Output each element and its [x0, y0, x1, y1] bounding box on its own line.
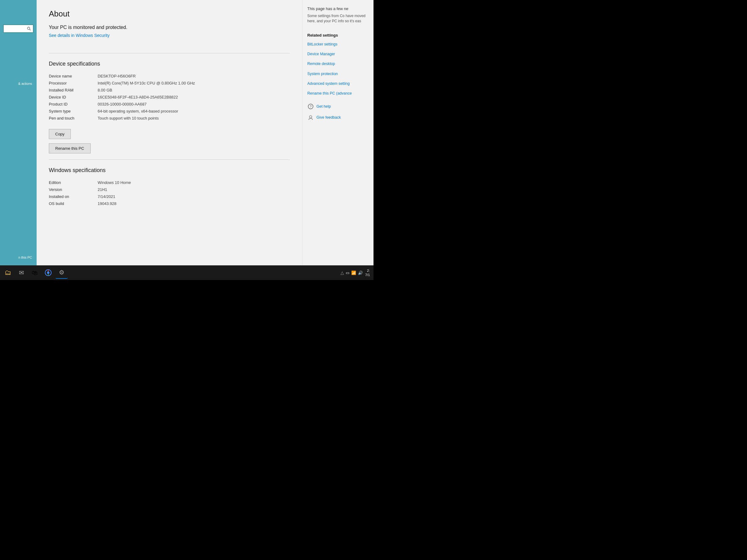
svg-point-6 — [47, 271, 49, 274]
taskbar-right: △ ▭ 📶 🔊 2: 7/1 — [340, 268, 372, 277]
notification-icon[interactable]: △ — [340, 270, 344, 275]
search-box[interactable] — [3, 24, 33, 33]
taskbar-settings[interactable]: ⚙ — [55, 267, 68, 279]
spec-value: Touch support with 10 touch points — [98, 115, 290, 122]
search-icon — [27, 27, 31, 31]
taskbar-time: 2: 7/1 — [365, 268, 370, 277]
spec-label: Processor — [49, 80, 98, 87]
spec-label: Installed RAM — [49, 87, 98, 94]
security-link[interactable]: See details in Windows Security — [49, 33, 109, 38]
windows-spec-row: Version21H1 — [49, 186, 290, 193]
right-panel-note: This page has a few ne Some settings fro… — [307, 6, 369, 24]
feedback-icon — [307, 114, 314, 121]
spec-label: OS build — [49, 200, 98, 207]
windows-specs-title: Windows specifications — [49, 167, 290, 174]
windows-spec-table: EditionWindows 10 HomeVersion21H1Install… — [49, 179, 290, 207]
spec-label: Device name — [49, 73, 98, 80]
svg-point-4 — [309, 115, 312, 118]
svg-line-1 — [30, 29, 31, 30]
give-feedback-link[interactable]: Give feedback — [316, 115, 341, 119]
spec-value: Intel(R) Core(TM) M-5Y10c CPU @ 0.80GHz … — [98, 80, 290, 87]
taskbar: 🗂 ✉ 🛍 ⚙ △ ▭ 📶 🔊 2: 7/1 — [0, 265, 374, 280]
spec-value: 19043.928 — [98, 200, 290, 207]
related-settings-link[interactable]: Device Manager — [307, 52, 369, 56]
spec-value: DESKTOP-H56O6FR — [98, 73, 290, 80]
protection-text: Your PC is monitored and protected. — [49, 25, 290, 30]
taskbar-mail[interactable]: ✉ — [15, 267, 27, 279]
copy-button[interactable]: Copy — [49, 129, 71, 139]
related-settings-link[interactable]: BitLocker settings — [307, 42, 369, 47]
wifi-icon: 📶 — [351, 270, 356, 275]
note-title: This page has a few ne — [307, 6, 369, 11]
related-settings-link[interactable]: Advanced system setting — [307, 81, 369, 86]
sidebar-pc-label: n this PC — [5, 256, 32, 259]
spec-value: Windows 10 Home — [98, 179, 290, 186]
related-settings-title: Related settings — [307, 33, 369, 37]
spec-value: 8.00 GB — [98, 87, 290, 94]
taskbar-file-explorer[interactable]: 🗂 — [2, 267, 14, 279]
divider-1 — [49, 53, 290, 53]
windows-spec-row: EditionWindows 10 Home — [49, 179, 290, 186]
taskbar-chrome[interactable] — [42, 267, 54, 279]
spec-label: Edition — [49, 179, 98, 186]
taskbar-store[interactable]: 🛍 — [29, 267, 41, 279]
spec-value: 16CE5048-6F2F-4E13-A8D4-25A65E2B8822 — [98, 94, 290, 101]
spec-value: 7/14/2021 — [98, 193, 290, 200]
device-spec-row: Device nameDESKTOP-H56O6FR — [49, 73, 290, 80]
help-section: ? Get help Give feedback — [307, 103, 369, 121]
give-feedback-item[interactable]: Give feedback — [307, 114, 369, 121]
spec-label: Product ID — [49, 101, 98, 108]
sidebar: & actions n this PC — [0, 0, 36, 265]
note-body: Some settings from Co have moved here, a… — [307, 14, 369, 24]
spec-value: 21H1 — [98, 186, 290, 193]
page-title: About — [49, 9, 290, 19]
device-spec-table: Device nameDESKTOP-H56O6FRProcessorIntel… — [49, 73, 290, 122]
windows-spec-row: Installed on7/14/2021 — [49, 193, 290, 200]
battery-icon: ▭ — [346, 270, 350, 275]
related-settings-link[interactable]: Rename this PC (advance — [307, 91, 369, 96]
device-spec-row: Device ID16CE5048-6F2F-4E13-A8D4-25A65E2… — [49, 94, 290, 101]
windows-spec-row: OS build19043.928 — [49, 200, 290, 207]
main-content: About Your PC is monitored and protected… — [36, 0, 302, 265]
related-settings-link[interactable]: Remote desktop — [307, 61, 369, 66]
svg-point-0 — [27, 27, 30, 30]
related-settings-link[interactable]: System protection — [307, 71, 369, 76]
device-spec-row: System type64-bit operating system, x64-… — [49, 108, 290, 115]
get-help-link[interactable]: Get help — [316, 104, 331, 109]
spec-label: Version — [49, 186, 98, 193]
svg-text:?: ? — [310, 105, 312, 108]
sidebar-actions-label: & actions — [5, 82, 32, 85]
taskbar-system-icons: △ ▭ 📶 🔊 — [340, 270, 363, 275]
spec-label: Pen and touch — [49, 115, 98, 122]
device-spec-row: ProcessorIntel(R) Core(TM) M-5Y10c CPU @… — [49, 80, 290, 87]
device-spec-row: Pen and touchTouch support with 10 touch… — [49, 115, 290, 122]
device-spec-row: Installed RAM8.00 GB — [49, 87, 290, 94]
spec-label: Device ID — [49, 94, 98, 101]
device-spec-row: Product ID00326-10000-00000-AA687 — [49, 101, 290, 108]
volume-icon[interactable]: 🔊 — [358, 270, 363, 275]
device-specs-title: Device specifications — [49, 61, 290, 67]
rename-pc-button[interactable]: Rename this PC — [49, 143, 91, 154]
help-icon: ? — [307, 103, 314, 110]
get-help-item[interactable]: ? Get help — [307, 103, 369, 110]
spec-label: System type — [49, 108, 98, 115]
right-panel: This page has a few ne Some settings fro… — [302, 0, 374, 265]
spec-value: 00326-10000-00000-AA687 — [98, 101, 290, 108]
spec-label: Installed on — [49, 193, 98, 200]
spec-value: 64-bit operating system, x64-based proce… — [98, 108, 290, 115]
